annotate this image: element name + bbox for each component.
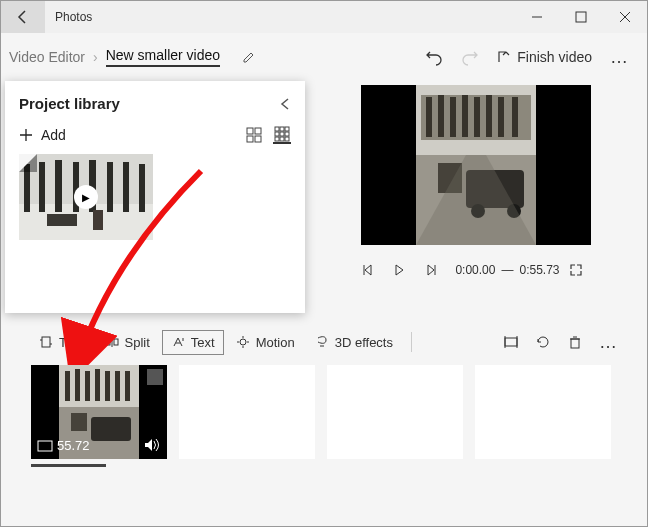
svg-rect-23 [123, 162, 129, 212]
titlebar: Photos [1, 1, 647, 33]
svg-rect-11 [285, 132, 289, 136]
svg-rect-2 [247, 128, 253, 134]
storyboard-toolbar: Trim Split Text Motion 3D effects … [1, 319, 647, 365]
svg-rect-70 [125, 371, 130, 401]
svg-rect-44 [42, 337, 50, 347]
clip-duration: 55.72 [57, 438, 90, 453]
breadcrumb-root[interactable]: Video Editor [9, 49, 85, 65]
next-frame-button[interactable] [424, 263, 446, 277]
redo-button [461, 48, 479, 66]
resize-button[interactable] [503, 334, 519, 350]
library-thumbnail[interactable]: ▶ [19, 154, 153, 240]
maximize-button[interactable] [559, 1, 603, 33]
finish-video-label: Finish video [517, 49, 592, 65]
grid-small-icon[interactable] [273, 126, 291, 144]
time-separator: — [501, 263, 513, 277]
rename-icon[interactable] [242, 50, 256, 64]
aspect-icon [37, 440, 53, 452]
svg-rect-26 [93, 210, 103, 230]
svg-rect-37 [512, 97, 518, 137]
storyboard-clip[interactable]: 55.72 [31, 365, 167, 459]
svg-rect-22 [107, 162, 113, 212]
player-controls: 0:00.00 — 0:55.73 [361, 263, 591, 277]
svg-rect-72 [71, 413, 87, 431]
toolbar-separator [411, 332, 412, 352]
svg-rect-69 [115, 371, 120, 401]
svg-rect-47 [106, 339, 110, 345]
split-button[interactable]: Split [97, 331, 158, 354]
svg-point-51 [240, 339, 246, 345]
svg-rect-48 [114, 339, 118, 345]
chevron-right-icon: › [93, 49, 98, 65]
svg-rect-36 [498, 97, 504, 137]
svg-rect-30 [426, 97, 432, 137]
svg-rect-4 [247, 136, 253, 142]
svg-rect-1 [576, 12, 586, 22]
svg-rect-24 [139, 164, 145, 212]
svg-rect-59 [571, 339, 579, 348]
top-actions: Finish video … [425, 47, 629, 68]
grid-large-icon[interactable] [245, 126, 263, 144]
svg-rect-3 [255, 128, 261, 134]
svg-rect-64 [65, 371, 70, 401]
svg-rect-12 [275, 137, 279, 141]
svg-rect-5 [255, 136, 261, 142]
minimize-button[interactable] [515, 1, 559, 33]
rotate-button[interactable] [535, 334, 551, 350]
volume-icon[interactable] [143, 437, 161, 453]
svg-rect-35 [486, 95, 492, 137]
trim-label: Trim [59, 335, 85, 350]
svg-rect-56 [505, 338, 517, 346]
svg-rect-13 [280, 137, 284, 141]
storyboard-placeholder[interactable] [475, 365, 611, 459]
collapse-panel-button[interactable] [279, 97, 291, 111]
svg-rect-6 [275, 127, 279, 131]
add-button[interactable]: Add [19, 127, 66, 143]
3d-effects-label: 3D effects [335, 335, 393, 350]
svg-rect-34 [474, 97, 480, 137]
svg-rect-73 [38, 441, 52, 451]
clip-checkbox[interactable] [147, 369, 163, 385]
preview-area: 0:00.00 — 0:55.73 [305, 81, 647, 313]
back-button[interactable] [1, 1, 45, 33]
header-row: Video Editor › New smaller video Finish … [1, 33, 647, 81]
breadcrumb-current: New smaller video [106, 47, 220, 67]
close-button[interactable] [603, 1, 647, 33]
svg-rect-32 [450, 97, 456, 137]
current-time: 0:00.00 [455, 263, 495, 277]
storyboard-placeholder[interactable] [327, 365, 463, 459]
delete-button[interactable] [567, 334, 583, 350]
play-button[interactable] [392, 263, 414, 277]
motion-button[interactable]: Motion [228, 331, 303, 354]
svg-rect-14 [285, 137, 289, 141]
project-library-title: Project library [19, 95, 120, 112]
svg-rect-10 [280, 132, 284, 136]
svg-rect-33 [462, 95, 468, 137]
split-label: Split [125, 335, 150, 350]
more-button[interactable]: … [610, 47, 629, 68]
prev-frame-button[interactable] [361, 263, 383, 277]
more-tools-button[interactable]: … [599, 332, 617, 353]
breadcrumb: Video Editor › New smaller video [9, 47, 256, 67]
text-button[interactable]: Text [162, 330, 224, 355]
add-label: Add [41, 127, 66, 143]
svg-rect-65 [75, 369, 80, 401]
project-library-panel: Project library Add [5, 81, 305, 313]
svg-rect-25 [47, 214, 77, 226]
finish-video-button[interactable]: Finish video [497, 49, 592, 65]
preview-video[interactable] [361, 85, 591, 245]
folded-corner-icon [19, 154, 37, 172]
app-title: Photos [55, 10, 92, 24]
trim-button[interactable]: Trim [31, 331, 93, 354]
svg-rect-18 [39, 162, 45, 212]
storyboard-placeholder[interactable] [179, 365, 315, 459]
duration: 0:55.73 [519, 263, 559, 277]
3d-effects-button[interactable]: 3D effects [307, 331, 401, 354]
fullscreen-button[interactable] [569, 263, 591, 277]
svg-rect-8 [285, 127, 289, 131]
text-label: Text [191, 335, 215, 350]
svg-rect-67 [95, 369, 100, 401]
motion-label: Motion [256, 335, 295, 350]
undo-button[interactable] [425, 48, 443, 66]
svg-rect-31 [438, 95, 444, 137]
